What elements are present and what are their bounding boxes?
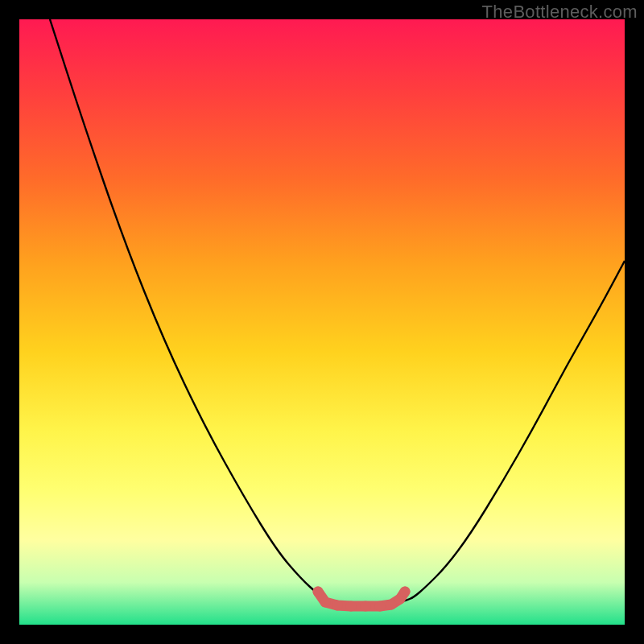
bottom-marker-dot [332,601,343,611]
left-curve [50,19,337,601]
bottom-marker-dot [361,601,371,612]
bottom-marker-dot [386,600,397,610]
plot-area [19,19,625,625]
watermark-text: TheBottleneck.com [482,2,638,23]
bottom-marker-dot [313,587,324,597]
bottom-marker-dot [400,587,411,597]
bottom-marker-dot [375,601,386,612]
right-curve [402,261,625,601]
bottom-marker-dot [320,597,331,608]
chart-svg [19,19,625,625]
bottom-marker-group [313,587,411,612]
bottom-marker-dot [346,601,357,612]
